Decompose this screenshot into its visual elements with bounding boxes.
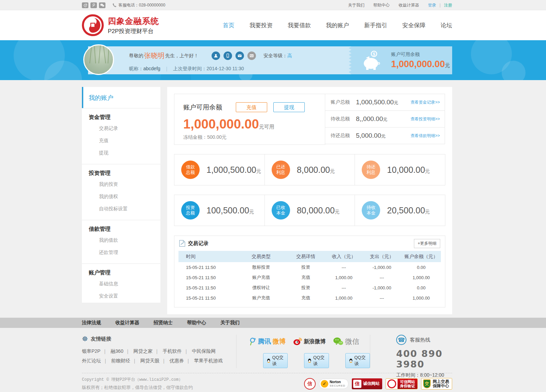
- sidebar-title-my-account[interactable]: 我的账户: [82, 87, 160, 108]
- main-panel: 账户可用余额 充值 提现 1,000,000.00元可用 冻结金额：500.00…: [167, 87, 452, 314]
- invest-stats-row: 投资总额 100,500.00元 已收本金 80,000.00元 待收本金 20…: [174, 195, 445, 226]
- topbar-link-about[interactable]: 关于我们: [348, 2, 364, 8]
- norton-secured-seal[interactable]: ✓ NortonSECURED: [319, 379, 348, 389]
- topbar-link-help[interactable]: 帮助中心: [373, 2, 390, 8]
- footer-bar-legal[interactable]: 法律法规: [82, 320, 101, 326]
- view-loan-detail-link[interactable]: 查看借款明细>>: [411, 133, 440, 139]
- nav-home[interactable]: 首页: [223, 21, 234, 29]
- user-avatar[interactable]: [83, 44, 114, 75]
- link-qianzhan-finance[interactable]: 前瞻财经: [111, 358, 130, 363]
- stat-invest-total: 投资总额 100,500.00元: [174, 195, 264, 226]
- wechat-icon[interactable]: [99, 2, 105, 8]
- nav-my-account[interactable]: 我的账户: [326, 21, 349, 29]
- available-balance-card: 账户可用余额 充值 提现 1,000,000.00元可用 冻结金额：500.00…: [174, 94, 325, 145]
- col-expense: 支出（元）: [362, 251, 401, 262]
- stat-interest-due: 待还利息 10,000.00元: [355, 154, 445, 185]
- login-link[interactable]: 登录: [428, 2, 436, 8]
- nav-borrow[interactable]: 我要借款: [288, 21, 311, 29]
- link-yinlv-p2p[interactable]: 银率P2P: [82, 348, 100, 354]
- trust-stamp-seal[interactable]: 信: [304, 378, 316, 390]
- user-meta: 昵称：abcdefg ｜ 上次登录时间：2014-12-30 11:30: [129, 66, 348, 72]
- qq-penguin-icon: [267, 358, 271, 363]
- greeting-suffix: 先生，上午好！: [165, 53, 199, 59]
- hotline-block: ☎ 客服热线 400 890 3980 工作时间：8:00~12:00: [370, 335, 452, 368]
- sidebar-item-my-investments[interactable]: 我的投资: [82, 178, 160, 191]
- idcard-unverified-icon[interactable]: [247, 51, 256, 60]
- sidebar-item-my-loans[interactable]: 我的借款: [82, 234, 160, 246]
- last-login-label: 上次登录时间：: [173, 66, 206, 71]
- qq-chat-button-2[interactable]: QQ交谈: [304, 353, 329, 368]
- recharge-button[interactable]: 充值: [236, 102, 267, 112]
- wechat-logo[interactable]: 微信: [333, 337, 359, 346]
- friend-links-title: 友情链接: [91, 336, 111, 342]
- topbar-link-calculator[interactable]: 收益计算器: [399, 2, 419, 8]
- nav-security[interactable]: 安全保障: [402, 21, 426, 29]
- chengxin-website-seal[interactable]: 信 诚信网站: [352, 378, 382, 389]
- table-row: 15-05-21 11:50账户充值充值1,000.00---1,000.00: [178, 272, 441, 283]
- tencent-weibo-logo[interactable]: 腾讯微博: [249, 337, 286, 346]
- kexin-website-seal[interactable]: 可信网站身份验证: [386, 378, 418, 389]
- col-balance: 账户余额（元）: [402, 251, 441, 262]
- sidebar-item-repayment-mgmt[interactable]: 还款管理: [82, 246, 160, 259]
- sidebar-section-funds: 资金管理 交易记录 充值 提现: [82, 108, 160, 164]
- banner-balance-label: 账户可用余额: [391, 51, 450, 58]
- brand[interactable]: 四象金融系统 P2P投资理财平台: [82, 14, 159, 36]
- footer-bar-help[interactable]: 帮助中心: [187, 320, 206, 326]
- email-verified-icon[interactable]: [235, 51, 244, 60]
- online-trade-protection-seal[interactable]: 交 网上交易保障中心: [421, 378, 452, 390]
- link-rong360[interactable]: 融360: [111, 348, 123, 354]
- banner-balance-value: 1,000,000.00元: [391, 59, 450, 70]
- sidebar-item-my-debts[interactable]: 我的债权: [82, 191, 160, 203]
- summary-row-receivable: 待收总额 8,,000.00元 查看投资明细>>: [325, 110, 445, 127]
- profile-verified-icon[interactable]: [212, 51, 220, 60]
- link-apple-games[interactable]: 苹果手机游戏: [194, 358, 222, 363]
- link-forex-forum[interactable]: 外汇论坛: [82, 358, 101, 363]
- link-coupons[interactable]: 优惠券: [170, 358, 184, 363]
- sidebar-item-recharge[interactable]: 充值: [82, 135, 160, 147]
- sidebar-section-account: 账户管理 基础信息 安全设置 银行卡管理 红包管理 站内消息: [82, 263, 160, 303]
- link-zhongmin-insurance[interactable]: 中民保险网: [192, 348, 216, 354]
- wechat-icon: [333, 337, 343, 346]
- footer-bar-jobs[interactable]: 招贤纳士: [154, 320, 173, 326]
- account-summary: 账户总额 1,000,500.00元 查看资金记录>> 待收总额 8,,000.…: [325, 94, 445, 145]
- withdraw-button[interactable]: 提现: [273, 102, 305, 112]
- norton-check-icon: ✓: [321, 380, 328, 388]
- link-mobile-software[interactable]: 手机软件: [163, 348, 182, 354]
- register-link[interactable]: 注册: [444, 2, 452, 8]
- transactions-title: 交易记录: [188, 240, 209, 247]
- footer-bar-about[interactable]: 关于我们: [220, 320, 240, 326]
- sidebar-item-withdraw[interactable]: 提现: [82, 147, 160, 159]
- footer-bar-calculator[interactable]: 收益计算器: [115, 320, 139, 326]
- copyright-line1: Copyright © 理财P2P平台（www.licaiP2P.com）: [82, 377, 193, 382]
- site-header: 四象金融系统 P2P投资理财平台 首页 我要投资 我要借款 我的账户 新手指引 …: [0, 10, 546, 40]
- sidebar-item-basic-info[interactable]: 基础信息: [82, 278, 160, 290]
- sidebar-item-auto-bid-settings[interactable]: 自动投标设置: [82, 203, 160, 215]
- more-details-button[interactable]: +更多明细: [414, 239, 440, 248]
- link-wangdai-tianyan[interactable]: 网贷天眼: [140, 358, 159, 363]
- shield-icon: 交: [423, 379, 431, 388]
- banner-balance-panel: $ 账户可用余额 1,000,000.00元: [351, 46, 452, 74]
- sina-weibo-logo[interactable]: 新浪微博: [293, 337, 326, 346]
- loan-total-badge: 借款总额: [181, 161, 200, 179]
- sidebar-item-security-settings[interactable]: 安全设置: [82, 290, 160, 302]
- link-wangdaizhijia[interactable]: 网贷之家: [133, 348, 153, 354]
- qq-chat-button-1[interactable]: QQ交谈: [263, 353, 288, 368]
- principal-received-badge: 已收本金: [272, 201, 290, 220]
- nav-newbie-guide[interactable]: 新手指引: [364, 21, 387, 29]
- sina-weibo-icon[interactable]: [82, 2, 88, 8]
- view-fund-records-link[interactable]: 查看资金记录>>: [411, 100, 440, 105]
- ship-wheel-icon: ☸: [82, 335, 88, 343]
- nav-invest[interactable]: 我要投资: [249, 21, 273, 29]
- view-invest-detail-link[interactable]: 查看投资明细>>: [411, 116, 440, 122]
- mobile-verified-icon[interactable]: [224, 51, 232, 60]
- copyright-block: Copyright © 理财P2P平台（www.licaiP2P.com） 版权…: [82, 377, 193, 391]
- nav-forum[interactable]: 论坛: [441, 21, 452, 29]
- sidebar-item-bank-card-mgmt[interactable]: 银行卡管理: [82, 302, 160, 303]
- sidebar-section-invest: 投资管理 我的投资 我的债权 自动投标设置: [82, 164, 160, 220]
- qq-chat-button-3[interactable]: QQ交谈: [345, 353, 370, 368]
- transactions-table: 时间 交易类型 交易详情 收入（元） 支出（元） 账户余额（元） 15-05-2…: [178, 251, 441, 303]
- zigzag-edge: [349, 46, 351, 74]
- sidebar-item-transaction-records[interactable]: 交易记录: [82, 122, 160, 135]
- tencent-weibo-icon[interactable]: [90, 2, 97, 8]
- main-nav: 首页 我要投资 我要借款 我的账户 新手指引 安全保障 论坛: [223, 21, 452, 29]
